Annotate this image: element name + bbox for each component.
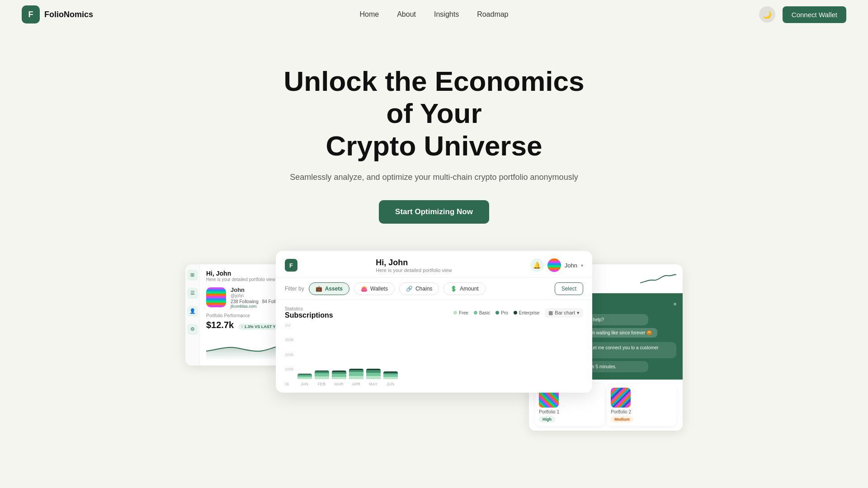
sidebar-icon-settings[interactable]: ⚙ xyxy=(187,324,198,335)
dashboard-preview-container: ⊞ ☰ 👤 ⚙ Hi, John Here is your detailed p… xyxy=(185,251,683,413)
bar-segment xyxy=(366,376,381,379)
portfolio-1-name: Portfolio 1 xyxy=(539,409,601,414)
connect-wallet-button[interactable]: Connect Wallet xyxy=(783,6,846,23)
legend-pro: Pro xyxy=(495,310,508,315)
sidebar-icon-grid[interactable]: ⊞ xyxy=(187,270,198,281)
bar-label: MAY xyxy=(369,382,377,386)
filter-btn-wallets[interactable]: 👛 Wallets xyxy=(354,282,395,295)
bar-group: FEB xyxy=(315,371,329,386)
filter-select-button[interactable]: Select xyxy=(555,282,583,295)
notif-avatar[interactable]: 🔔 xyxy=(530,258,544,272)
filter-btn-assets[interactable]: 💼 Assets xyxy=(309,282,349,295)
portfolio-2-badge: Medium xyxy=(611,416,633,422)
bar-group: JAN xyxy=(297,374,312,386)
stats-label: Statistics xyxy=(285,306,333,311)
legend-free: Free xyxy=(453,310,468,315)
navbar-right: 🌙 Connect Wallet xyxy=(759,6,846,23)
dashboard-header: F Hi, John Here is your detailed portfol… xyxy=(276,251,592,278)
legend-dot-enterprise xyxy=(514,311,517,314)
chevron-down-icon: ▾ xyxy=(577,310,580,316)
amount-icon: 💲 xyxy=(450,286,457,292)
bar-segment xyxy=(366,373,381,376)
nav-link-insights[interactable]: Insights xyxy=(434,10,459,19)
scroll-dot-1 xyxy=(674,303,676,305)
bar-segment xyxy=(315,376,329,379)
bar-label: MAR xyxy=(335,382,344,386)
portfolio-2-name: Portfolio 2 xyxy=(611,409,673,414)
legend-dot-pro xyxy=(495,311,499,314)
bar-segment xyxy=(332,374,346,377)
sidebar-icon-list[interactable]: ☰ xyxy=(187,288,198,299)
profile-avatar xyxy=(206,287,226,307)
chevron-down-icon: ▾ xyxy=(581,263,583,268)
user-avatar[interactable] xyxy=(547,258,561,272)
chains-icon: 🔗 xyxy=(406,286,413,292)
bar-segment xyxy=(349,372,363,375)
nav-link-roadmap[interactable]: Roadmap xyxy=(477,10,508,19)
legend-dot-basic xyxy=(474,311,477,314)
nav-link-about[interactable]: About xyxy=(397,10,416,19)
logo-icon: F xyxy=(22,5,40,23)
bar-label: JAN xyxy=(301,382,308,386)
filter-btn-chains[interactable]: 🔗 Chains xyxy=(399,282,439,295)
dash-logo-icon: F xyxy=(285,259,297,272)
hero-title: Unlock the Economics of Your Crypto Univ… xyxy=(276,65,592,162)
main-dashboard-card: F Hi, John Here is your detailed portfol… xyxy=(276,251,592,393)
legend-basic: Basic xyxy=(474,310,490,315)
bar-group: JUN xyxy=(383,371,398,386)
theme-toggle-button[interactable]: 🌙 xyxy=(759,6,775,23)
filter-bar: Filter by 💼 Assets 👛 Wallets 🔗 Chains 💲 … xyxy=(276,278,592,300)
chart-header: Statistics Subscriptions Free Basic Pro xyxy=(285,306,583,319)
bar-segment xyxy=(349,376,363,379)
filter-label: Filter by xyxy=(285,286,304,292)
bar-label: JUN xyxy=(387,382,395,386)
dash-header-right: 🔔 John ▾ xyxy=(530,258,583,272)
bar-chart-wrapper: 1M 300k 200k 100k 0k JANFEBMARAPRMAYJUN xyxy=(285,323,583,386)
bar-segment xyxy=(297,377,312,379)
left-panel-sub: Here is your detailed portfolio view xyxy=(206,277,275,282)
assets-icon: 💼 xyxy=(316,286,322,292)
bar-segment xyxy=(315,373,329,376)
brand-name: FolioNomics xyxy=(44,10,93,19)
left-panel-greeting: Hi, John xyxy=(206,270,275,277)
chart-title: Subscriptions xyxy=(285,311,333,319)
legend-dot-free xyxy=(453,311,457,314)
hero-subtitle: Seamlessly analyze, and optimize your mu… xyxy=(9,173,859,182)
chart-area: Statistics Subscriptions Free Basic Pro xyxy=(276,300,592,393)
dash-greeting: Hi, John Here is your detailed portfolio… xyxy=(376,258,452,273)
bar-label: FEB xyxy=(318,382,326,386)
bar-group: MAY xyxy=(366,369,381,386)
dash-user-name: John xyxy=(565,262,577,269)
bar-label: APR xyxy=(352,382,360,386)
navbar: F FolioNomics Home About Insights Roadma… xyxy=(0,0,868,29)
sidebar-icon-user[interactable]: 👤 xyxy=(187,306,198,317)
filter-btn-amount[interactable]: 💲 Amount xyxy=(443,282,485,295)
navbar-logo-area: F FolioNomics xyxy=(22,5,93,23)
navbar-links: Home About Insights Roadmap xyxy=(359,10,508,19)
bar-chart: JANFEBMARAPRMAYJUN xyxy=(296,323,400,386)
hero-cta-button[interactable]: Start Optimizing Now xyxy=(379,200,489,224)
hero-section: Unlock the Economics of Your Crypto Univ… xyxy=(0,29,868,251)
bar-segment xyxy=(332,377,346,379)
portfolio-1-badge: High xyxy=(539,416,555,422)
chat-btn-waiting[interactable]: I'm waiting like since forever 😡 xyxy=(584,328,658,338)
sidebar-icons: ⊞ ☰ 👤 ⚙ xyxy=(185,264,200,366)
wallets-icon: 👛 xyxy=(361,286,368,292)
nav-link-home[interactable]: Home xyxy=(359,10,379,19)
bar-group: MAR xyxy=(332,371,346,386)
bar-segment xyxy=(383,377,398,379)
bar-chart-icon: ▦ xyxy=(548,310,553,316)
bar-group: APR xyxy=(349,369,363,386)
chart-legend: Free Basic Pro Enterprise xyxy=(453,308,583,318)
chart-type-button[interactable]: ▦ Bar chart ▾ xyxy=(545,308,583,318)
perf-value: $12.7k xyxy=(206,320,234,330)
y-axis: 1M 300k 200k 100k 0k xyxy=(285,323,294,386)
legend-enterprise: Enterprise xyxy=(514,310,540,315)
portfolio-avatar-2 xyxy=(611,388,631,408)
mini-price-chart xyxy=(640,270,676,286)
portfolio-card-2: Portfolio 2 Medium xyxy=(607,384,676,426)
